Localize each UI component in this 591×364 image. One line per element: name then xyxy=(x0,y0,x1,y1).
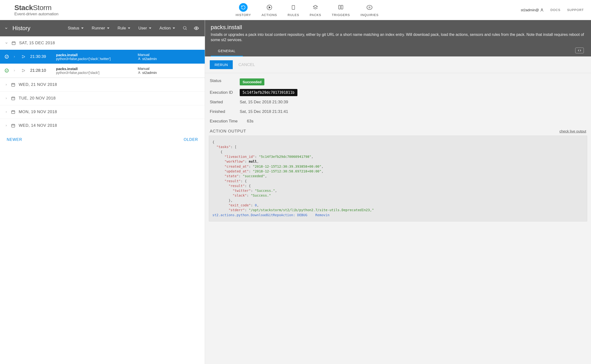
svg-marker-1 xyxy=(269,6,270,8)
filter-rule[interactable]: Rule xyxy=(115,26,133,31)
svg-point-7 xyxy=(541,9,542,10)
status-label: Status xyxy=(210,78,240,85)
execution-time: 21:28:10 xyxy=(30,68,52,73)
live-output-link[interactable]: check live output xyxy=(559,129,586,133)
brand-logo: StackStorm xyxy=(14,4,93,12)
status-badge: Succeeded xyxy=(240,78,264,85)
nav-inquiries[interactable]: INQUIRIES xyxy=(355,1,384,19)
svg-point-8 xyxy=(183,26,186,29)
svg-point-18 xyxy=(22,55,23,56)
user-icon xyxy=(540,8,544,12)
nav-rules[interactable]: RULES xyxy=(282,1,304,19)
execution-row[interactable]: 21:30:39 packs.install python3=false,pac… xyxy=(0,50,205,64)
tab-general[interactable]: GENERAL xyxy=(211,46,243,56)
search-icon[interactable] xyxy=(183,26,188,31)
date-label: SAT, 15 DEC 2018 xyxy=(19,41,55,46)
chevron-down-icon[interactable] xyxy=(4,26,8,30)
date-label: WED, 21 NOV 2018 xyxy=(19,82,57,87)
date-group[interactable]: SAT, 15 DEC 2018 xyxy=(0,36,205,50)
status-success-icon xyxy=(5,69,9,72)
svg-rect-26 xyxy=(12,84,15,86)
svg-point-10 xyxy=(196,27,197,29)
started-value: Sat, 15 Dec 2018 21:30:39 xyxy=(240,100,288,104)
svg-point-22 xyxy=(22,69,23,70)
chevron-down-icon xyxy=(5,41,8,45)
duration-label: Execution Time xyxy=(210,119,247,124)
play-icon xyxy=(265,3,274,12)
svg-point-23 xyxy=(22,71,23,72)
action-output-box: { "tasks": [ { "liveaction_id": "5c14f3e… xyxy=(209,136,587,221)
svg-point-24 xyxy=(24,70,25,71)
code-view-toggle[interactable] xyxy=(575,48,584,53)
execution-params: python3=false,packs=['slack'] xyxy=(56,71,133,75)
duration-value: 63s xyxy=(247,119,253,124)
eye-icon[interactable] xyxy=(194,26,199,31)
execution-user: st2admin xyxy=(142,71,157,75)
docs-link[interactable]: DOCS xyxy=(551,8,561,12)
filter-user[interactable]: User xyxy=(135,26,154,31)
execution-trigger: Manual xyxy=(138,53,200,57)
current-user[interactable]: st2admin@ xyxy=(521,8,544,12)
brand-tagline: Event-driven automation xyxy=(14,12,93,17)
pause-circle-icon xyxy=(365,3,374,12)
execution-user: st2admin xyxy=(142,57,157,61)
svg-marker-3 xyxy=(313,5,317,8)
nav-packs[interactable]: PACKS xyxy=(304,1,326,19)
detail-title: packs.install xyxy=(211,24,585,31)
detail-description: Installs or upgrades a pack into local c… xyxy=(211,32,585,42)
history-icon xyxy=(239,3,248,12)
pager-older[interactable]: OLDER xyxy=(184,137,198,142)
execution-row[interactable]: 21:28:10 packs.install python3=false,pac… xyxy=(0,64,205,78)
status-success-icon xyxy=(5,55,9,58)
chevron-right-icon[interactable] xyxy=(13,55,17,58)
filter-runner[interactable]: Runner xyxy=(89,26,112,31)
history-title: History xyxy=(13,25,30,32)
svg-rect-11 xyxy=(12,42,15,45)
nav-triggers[interactable]: TRIGGERS xyxy=(326,1,355,19)
date-group[interactable]: TUE, 20 NOV 2018 xyxy=(0,91,205,105)
svg-point-25 xyxy=(139,72,140,72)
filter-status[interactable]: Status xyxy=(65,26,87,31)
execution-time: 21:30:39 xyxy=(30,54,52,59)
filter-action[interactable]: Action xyxy=(157,26,178,31)
nav-history[interactable]: HISTORY xyxy=(230,1,256,19)
svg-point-20 xyxy=(24,56,25,57)
chevron-right-icon xyxy=(5,124,8,127)
execution-action-name: packs.install xyxy=(56,67,133,71)
date-group[interactable]: WED, 14 NOV 2018 xyxy=(0,119,205,132)
chevron-right-icon xyxy=(5,110,8,113)
chevron-right-icon[interactable] xyxy=(13,69,17,72)
svg-line-9 xyxy=(186,29,187,30)
exec-id-value: 5c14f3efb29dc7017391811b xyxy=(240,89,297,96)
nav-actions[interactable]: ACTIONS xyxy=(256,1,282,19)
calendar-icon xyxy=(11,110,15,114)
execution-params: python3=false,packs=['slack','twitter'] xyxy=(56,57,133,61)
svg-rect-30 xyxy=(12,97,15,100)
started-label: Started xyxy=(210,100,240,104)
execution-action-name: packs.install xyxy=(56,53,133,57)
pager-newer[interactable]: NEWER xyxy=(7,137,22,142)
chevron-right-icon xyxy=(5,83,8,86)
document-icon xyxy=(289,3,298,12)
layers-icon xyxy=(311,3,320,12)
svg-rect-2 xyxy=(292,6,295,10)
finished-label: Finished xyxy=(210,109,240,114)
user-icon xyxy=(138,71,141,74)
support-link[interactable]: SUPPORT xyxy=(567,8,584,12)
exec-id-label: Execution ID xyxy=(210,90,240,95)
date-group[interactable]: MON, 19 NOV 2018 xyxy=(0,105,205,119)
top-nav: HISTORY ACTIONS RULES PACKS TRIGGERS xyxy=(93,1,521,19)
calendar-icon xyxy=(11,124,15,128)
cancel-button[interactable]: CANCEL xyxy=(239,62,255,67)
svg-point-4 xyxy=(367,5,372,10)
user-icon xyxy=(138,57,141,60)
calendar-icon xyxy=(12,41,16,45)
date-label: TUE, 20 NOV 2018 xyxy=(19,96,55,101)
chevron-right-icon xyxy=(5,97,8,100)
execution-trigger: Manual xyxy=(138,66,200,71)
date-group[interactable]: WED, 21 NOV 2018 xyxy=(0,78,205,91)
brand-block: StackStorm Event-driven automation xyxy=(0,4,93,17)
rerun-button[interactable]: RERUN xyxy=(210,60,233,69)
date-label: WED, 14 NOV 2018 xyxy=(19,123,57,128)
svg-point-19 xyxy=(22,57,23,58)
